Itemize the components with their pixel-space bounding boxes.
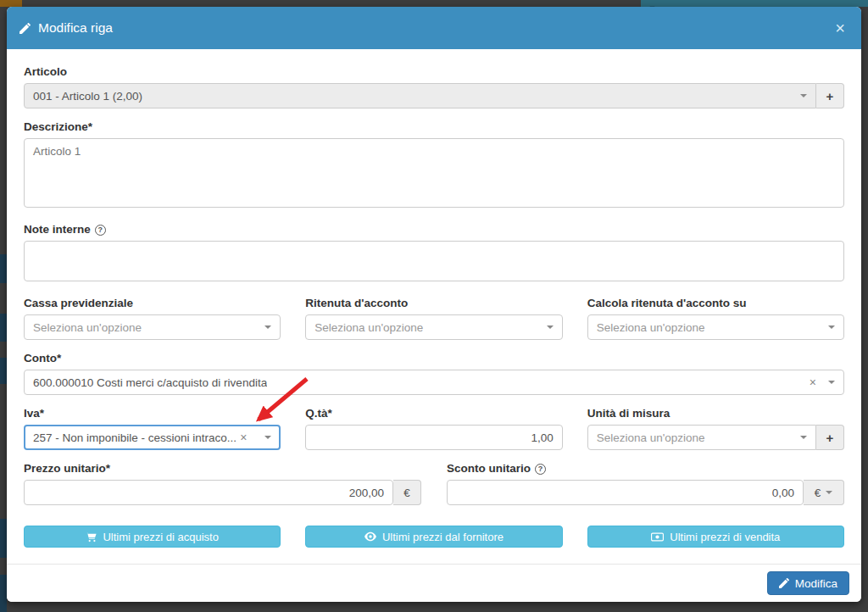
eye-icon [364, 531, 376, 542]
chevron-down-icon[interactable] [264, 325, 271, 329]
background-row [0, 358, 7, 384]
chevron-down-icon[interactable] [264, 436, 271, 439]
calcola-ritenuta-label: Calcola ritenuta d'acconto su [587, 297, 844, 310]
conto-selected-value: 600.000010 Costi merci c/acquisto di riv… [33, 376, 267, 389]
iva-select[interactable]: 257 - Non imponibile - cessioni intraco.… [24, 425, 281, 450]
background-print-invoice-button: Stampa fattura elettronica di acquisto [641, 0, 868, 7]
modal-header: Modifica riga × [7, 7, 861, 49]
qta-label: Q.tà* [305, 407, 562, 420]
sconto-unitario-input[interactable] [447, 480, 804, 505]
note-interne-label: Note interne [24, 223, 91, 236]
chevron-down-icon[interactable] [800, 94, 807, 97]
clear-icon[interactable]: × [240, 431, 247, 443]
cassa-previdenziale-select[interactable]: Seleziona un'opzione [24, 314, 281, 340]
note-interne-textarea[interactable] [24, 241, 844, 281]
modal-footer: Modifica [7, 564, 861, 602]
background-row [0, 519, 7, 558]
background-row [0, 575, 7, 612]
background-row [0, 254, 7, 283]
ultimi-prezzi-vendita-label: Ultimi prezzi di vendita [670, 531, 780, 543]
modal-body: Articolo 001 - Articolo 1 (2,00) + Descr… [7, 49, 861, 548]
descrizione-textarea[interactable]: Articolo 1 [24, 138, 844, 208]
articolo-label: Articolo [24, 65, 844, 79]
chevron-down-icon[interactable] [800, 436, 807, 439]
sconto-type-dropdown[interactable]: € [804, 480, 844, 505]
currency-label: € [815, 487, 821, 499]
articolo-selected-value: 001 - Articolo 1 (2,00) [33, 90, 142, 103]
chevron-down-icon[interactable] [826, 491, 832, 494]
iva-label: Iva* [24, 407, 281, 420]
modifica-submit-label: Modifica [795, 577, 837, 590]
add-articolo-button[interactable]: + [816, 83, 844, 108]
pencil-icon [779, 578, 789, 588]
cart-icon [86, 531, 97, 542]
plus-icon: + [826, 431, 834, 445]
page-backdrop: Stampa fattura elettronica di acquisto M… [0, 0, 868, 612]
sconto-unitario-label: Sconto unitario [447, 462, 531, 476]
chevron-down-icon[interactable] [547, 325, 554, 329]
unita-misura-label: Unità di misura [587, 407, 844, 420]
plus-icon: + [826, 89, 834, 103]
currency-addon: € [393, 480, 421, 505]
calcola-ritenuta-placeholder: Seleziona un'opzione [597, 321, 705, 334]
ritenuta-acconto-label: Ritenuta d'acconto [305, 297, 562, 310]
conto-label: Conto* [24, 352, 844, 365]
ritenuta-acconto-select[interactable]: Seleziona un'opzione [305, 314, 562, 340]
cassa-previdenziale-placeholder: Seleziona un'opzione [33, 321, 142, 334]
ritenuta-acconto-placeholder: Seleziona un'opzione [314, 321, 423, 334]
modifica-submit-button[interactable]: Modifica [767, 571, 849, 595]
ultimi-prezzi-acquisto-button[interactable]: Ultimi prezzi di acquisto [24, 526, 281, 548]
background-orange-button [0, 0, 22, 7]
articolo-select[interactable]: 001 - Articolo 1 (2,00) [24, 83, 816, 108]
banknote-icon [651, 532, 664, 542]
modifica-riga-modal: Modifica riga × Articolo 001 - Articolo … [7, 7, 861, 602]
iva-selected-value: 257 - Non imponibile - cessioni intraco.… [33, 431, 236, 444]
descrizione-label: Descrizione* [24, 120, 844, 134]
conto-select[interactable]: 600.000010 Costi merci c/acquisto di riv… [24, 370, 844, 395]
question-circle-icon: ? [535, 464, 546, 475]
add-unita-misura-button[interactable]: + [816, 425, 844, 450]
prezzo-unitario-label: Prezzo unitario* [24, 462, 421, 476]
ultimi-prezzi-fornitore-label: Ultimi prezzi dal fornitore [382, 531, 504, 543]
ultimi-prezzi-acquisto-label: Ultimi prezzi di acquisto [103, 531, 219, 543]
cassa-previdenziale-label: Cassa previdenziale [24, 297, 281, 310]
chevron-down-icon[interactable] [828, 325, 835, 329]
prezzo-unitario-input[interactable] [24, 480, 393, 505]
ultimi-prezzi-fornitore-button[interactable]: Ultimi prezzi dal fornitore [305, 526, 562, 548]
unita-misura-select[interactable]: Seleziona un'opzione [587, 425, 816, 450]
qta-input[interactable] [305, 425, 562, 450]
ultimi-prezzi-vendita-button[interactable]: Ultimi prezzi di vendita [587, 526, 844, 548]
pencil-icon [19, 23, 31, 34]
background-row [0, 314, 7, 342]
clear-icon[interactable]: × [810, 376, 816, 388]
chevron-down-icon[interactable] [828, 381, 835, 384]
modal-title: Modifica riga [38, 20, 113, 36]
close-icon[interactable]: × [832, 19, 849, 36]
question-circle-icon: ? [95, 225, 106, 236]
calcola-ritenuta-select[interactable]: Seleziona un'opzione [587, 314, 844, 340]
unita-misura-placeholder: Seleziona un'opzione [597, 431, 705, 444]
